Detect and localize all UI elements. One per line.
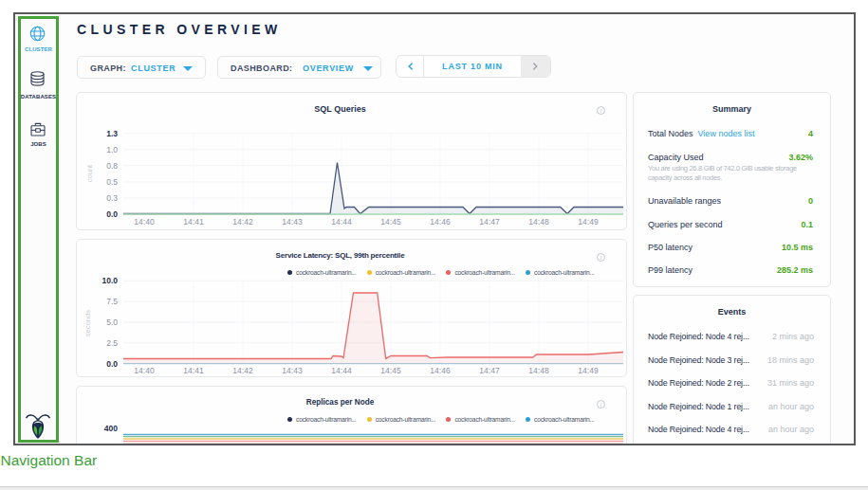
svg-text:14:47: 14:47 [479, 366, 500, 375]
svg-text:7.5: 7.5 [106, 297, 118, 306]
svg-text:14:43: 14:43 [282, 366, 303, 375]
svg-text:14:44: 14:44 [331, 217, 352, 227]
svg-text:0.0: 0.0 [106, 359, 118, 369]
svg-text:count: count [85, 164, 94, 182]
svg-text:10.0: 10.0 [102, 276, 118, 285]
svg-text:14:41: 14:41 [183, 366, 204, 375]
svg-text:2.5: 2.5 [106, 338, 118, 348]
svg-text:14:49: 14:49 [578, 217, 599, 227]
svg-text:0.5: 0.5 [106, 177, 118, 187]
svg-text:0.0: 0.0 [106, 209, 118, 219]
svg-text:14:46: 14:46 [430, 366, 451, 375]
svg-text:14:45: 14:45 [380, 366, 401, 375]
svg-text:0.8: 0.8 [106, 161, 118, 171]
svg-text:1.0: 1.0 [106, 145, 118, 154]
svg-text:14:40: 14:40 [134, 217, 155, 227]
svg-text:14:40: 14:40 [134, 366, 155, 375]
svg-text:14:41: 14:41 [183, 217, 204, 227]
svg-text:0.3: 0.3 [106, 193, 118, 203]
svg-text:14:48: 14:48 [528, 217, 549, 227]
svg-text:14:49: 14:49 [578, 366, 599, 375]
svg-text:14:42: 14:42 [232, 217, 253, 227]
svg-text:14:45: 14:45 [380, 217, 401, 227]
svg-text:14:44: 14:44 [331, 366, 352, 375]
svg-text:14:48: 14:48 [528, 366, 549, 375]
svg-text:14:43: 14:43 [282, 217, 303, 227]
svg-text:1.3: 1.3 [106, 129, 118, 138]
svg-text:14:47: 14:47 [479, 217, 500, 227]
svg-text:14:42: 14:42 [232, 366, 253, 375]
svg-text:5.0: 5.0 [106, 318, 118, 327]
svg-text:14:46: 14:46 [430, 217, 451, 227]
svg-text:400: 400 [104, 424, 118, 433]
svg-text:seconds: seconds [83, 310, 92, 336]
